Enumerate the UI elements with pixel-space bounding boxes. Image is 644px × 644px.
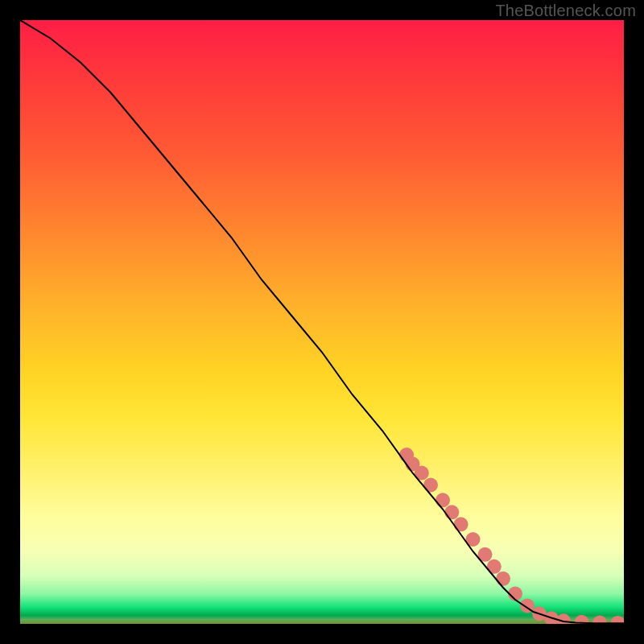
curve-line	[20, 20, 624, 623]
data-marker	[436, 493, 450, 507]
plot-overlay	[20, 20, 624, 624]
attribution-watermark: TheBottleneck.com	[495, 2, 636, 20]
data-marker	[423, 478, 438, 493]
data-marker	[444, 505, 459, 519]
data-marker	[454, 517, 469, 531]
chart-frame: TheBottleneck.com	[0, 0, 644, 644]
data-marker	[496, 572, 510, 586]
data-markers	[399, 448, 624, 624]
